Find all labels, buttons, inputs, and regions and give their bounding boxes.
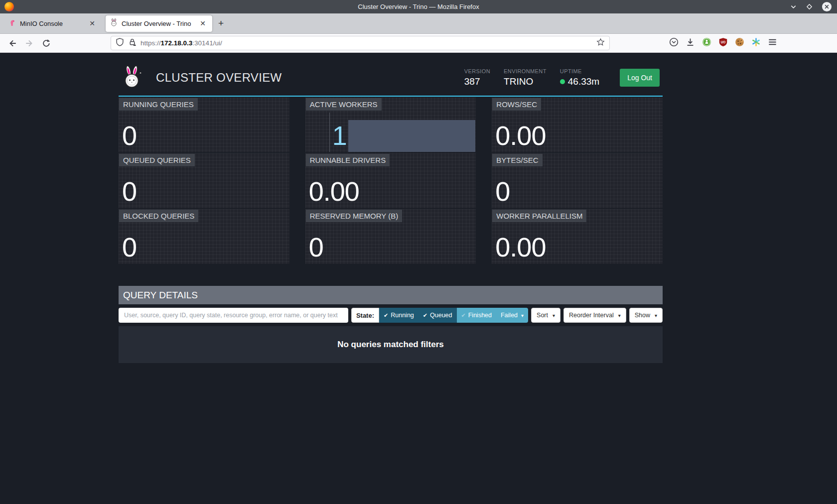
stat-value: 0 xyxy=(495,179,510,204)
query-filter-row: State: ✔Running ✔Queued ✔Finished Failed… xyxy=(119,308,663,323)
uptime-meta: UPTIME 46.33m xyxy=(560,68,599,87)
sparkline-fill xyxy=(348,120,476,152)
window-title: Cluster Overview - Trino — Mozilla Firef… xyxy=(0,3,837,10)
svg-text:UO: UO xyxy=(721,40,726,44)
caret-down-icon: ▾ xyxy=(553,313,555,318)
stat-card-blocked-queries: BLOCKED QUERIES 0 xyxy=(119,209,289,264)
browser-toolbar: https://172.18.0.3:30141/ui/ UO xyxy=(0,34,837,53)
ublock-icon[interactable]: UO xyxy=(718,37,728,49)
shield-icon[interactable] xyxy=(116,38,124,48)
extension-green-icon[interactable] xyxy=(702,37,711,49)
stat-value: 0 xyxy=(122,235,137,260)
downloads-icon[interactable] xyxy=(686,37,695,49)
stat-value: 1 xyxy=(332,124,347,148)
forward-icon[interactable] xyxy=(22,36,37,50)
back-icon[interactable] xyxy=(5,36,20,50)
cookie-icon[interactable] xyxy=(735,37,744,49)
stat-label: BYTES/SEC xyxy=(492,154,542,166)
window-titlebar: Cluster Overview - Trino — Mozilla Firef… xyxy=(0,0,837,13)
trino-page: CLUSTER OVERVIEW VERSION 387 ENVIRONMENT… xyxy=(0,53,837,504)
state-filter-label: State: xyxy=(351,308,379,323)
stat-card-active-workers: ACTIVE WORKERS 1 xyxy=(305,98,476,152)
stat-label: RUNNABLE DRIVERS xyxy=(306,154,390,166)
close-window-icon[interactable] xyxy=(822,1,832,12)
uptime-value: 46.33m xyxy=(560,76,599,87)
tab-minio-console[interactable]: MinIO Console ✕ xyxy=(4,15,102,32)
flamingo-favicon-icon xyxy=(8,19,16,28)
tab-cluster-overview[interactable]: Cluster Overview - Trino ✕ xyxy=(106,15,212,32)
trino-navbar: CLUSTER OVERVIEW VERSION 387 ENVIRONMENT… xyxy=(119,53,663,97)
state-filter-running[interactable]: ✔Running xyxy=(379,308,418,323)
stat-card-worker-parallelism: WORKER PARALLELISM 0.00 xyxy=(492,209,663,264)
lock-warning-icon[interactable] xyxy=(128,38,137,48)
url-text: https://172.18.0.3:30141/ui/ xyxy=(140,39,596,47)
new-tab-button[interactable]: + xyxy=(212,18,230,29)
menu-hamburger-icon[interactable] xyxy=(768,37,777,49)
minimize-icon[interactable] xyxy=(790,3,797,10)
stat-value: 0.00 xyxy=(309,179,359,204)
state-filter-finished[interactable]: ✔Finished xyxy=(457,308,496,323)
url-bar[interactable]: https://172.18.0.3:30141/ui/ xyxy=(111,36,610,50)
stat-label: RUNNING QUERIES xyxy=(119,98,198,111)
environment-meta: ENVIRONMENT TRINO xyxy=(504,68,547,87)
query-list-empty-panel: No queries matched filters xyxy=(119,326,663,363)
trino-bunny-favicon-icon xyxy=(110,18,118,28)
stat-label: RESERVED MEMORY (B) xyxy=(306,210,403,222)
tab-close-icon[interactable]: ✕ xyxy=(87,18,97,28)
state-filter-group: State: ✔Running ✔Queued ✔Finished Failed… xyxy=(351,308,528,323)
stat-card-bytes-sec: BYTES/SEC 0 xyxy=(492,153,663,208)
state-filter-queued[interactable]: ✔Queued xyxy=(418,308,457,323)
version-label: VERSION xyxy=(464,68,490,74)
empty-message: No queries matched filters xyxy=(337,340,444,350)
stat-label: BLOCKED QUERIES xyxy=(119,210,198,222)
uptime-status-dot-icon xyxy=(560,79,565,84)
caret-down-icon: ▾ xyxy=(521,313,524,318)
query-search-input[interactable] xyxy=(119,308,348,323)
stat-value: 0.00 xyxy=(495,124,546,148)
stat-label: QUEUED QUERIES xyxy=(119,154,195,166)
state-filter-failed[interactable]: Failed▾ xyxy=(496,308,528,323)
trino-bunny-logo-icon xyxy=(122,65,142,90)
stat-value: 0 xyxy=(122,124,137,148)
sparkline-axis xyxy=(329,113,330,152)
query-details-header: QUERY DETAILS xyxy=(119,286,663,304)
bookmark-star-icon[interactable] xyxy=(596,38,605,48)
tab-label: MinIO Console xyxy=(20,20,87,27)
query-details-title: QUERY DETAILS xyxy=(123,290,198,301)
pocket-icon[interactable] xyxy=(669,37,679,49)
check-icon: ✔ xyxy=(423,312,427,319)
stat-card-running-queries: RUNNING QUERIES 0 xyxy=(119,98,289,152)
reload-icon[interactable] xyxy=(39,36,54,50)
caret-down-icon: ▾ xyxy=(618,313,621,318)
stat-value: 0 xyxy=(309,235,323,260)
version-value: 387 xyxy=(464,76,490,87)
uptime-label: UPTIME xyxy=(560,68,599,74)
stat-label: ACTIVE WORKERS xyxy=(306,98,382,111)
tab-strip: MinIO Console ✕ Cluster Overview - Trino… xyxy=(0,13,837,34)
stat-value: 0.00 xyxy=(495,235,546,260)
show-dropdown[interactable]: Show▾ xyxy=(629,308,663,323)
environment-value: TRINO xyxy=(504,76,547,87)
logout-button[interactable]: Log Out xyxy=(620,69,660,87)
tab-close-icon[interactable]: ✕ xyxy=(198,18,208,28)
page-title: CLUSTER OVERVIEW xyxy=(156,71,281,85)
caret-down-icon: ▾ xyxy=(655,313,657,318)
firefox-logo-icon xyxy=(4,2,14,11)
stat-label: WORKER PARALLELISM xyxy=(492,210,586,222)
stat-card-runnable-drivers: RUNNABLE DRIVERS 0.00 xyxy=(305,153,476,208)
stat-card-rows-sec: ROWS/SEC 0.00 xyxy=(492,98,663,152)
pinwheel-extension-icon[interactable] xyxy=(751,37,761,49)
stat-label: ROWS/SEC xyxy=(492,98,541,111)
check-icon: ✔ xyxy=(461,312,466,319)
stat-value: 0 xyxy=(122,179,137,204)
version-meta: VERSION 387 xyxy=(464,68,490,87)
tab-label: Cluster Overview - Trino xyxy=(122,20,198,27)
check-icon: ✔ xyxy=(384,312,388,319)
stats-grid: RUNNING QUERIES 0 ACTIVE WORKERS 1 ROWS/… xyxy=(119,98,663,264)
reorder-interval-dropdown[interactable]: Reorder Interval▾ xyxy=(563,308,626,323)
stat-card-queued-queries: QUEUED QUERIES 0 xyxy=(119,153,289,208)
stat-card-reserved-memory: RESERVED MEMORY (B) 0 xyxy=(305,209,476,264)
sort-dropdown[interactable]: Sort▾ xyxy=(531,308,560,323)
environment-label: ENVIRONMENT xyxy=(504,68,547,74)
maximize-icon[interactable] xyxy=(806,3,813,10)
